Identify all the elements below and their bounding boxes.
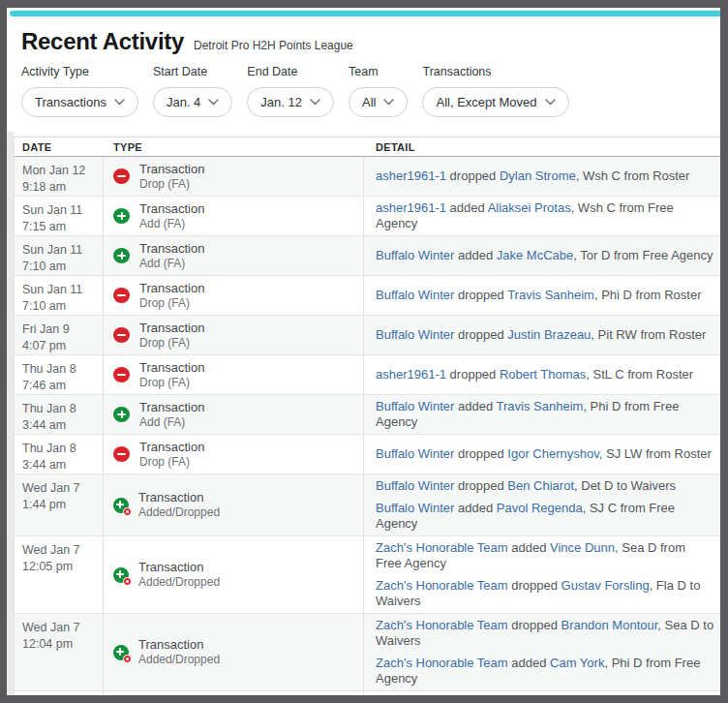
player-link[interactable]: Brandon Montour (561, 618, 658, 632)
transaction-type-cell: Transaction Drop (FA) (104, 435, 364, 474)
transaction-subtype: Drop (FA) (139, 376, 204, 390)
team-link[interactable]: Zach's Honorable Team (376, 618, 508, 632)
team-link[interactable]: Buffalo Winter (376, 327, 454, 342)
team-link[interactable]: Buffalo Winter (376, 478, 454, 493)
transaction-type-cell: Transaction Drop (FA) (104, 276, 364, 315)
detail-text: added (508, 656, 550, 670)
transaction-detail: Zach's Honorable Team dropped Brandon Mo… (364, 614, 720, 690)
transaction-date: Wed Jan 71:44 pm (15, 474, 104, 535)
team-link[interactable]: Buffalo Winter (376, 288, 454, 302)
transaction-type: Transaction (138, 490, 220, 505)
added-dropped-icon (113, 645, 129, 660)
left-gutter (7, 132, 14, 695)
table-row: Thu Jan 83:44 am Transaction Add (FA) Bu… (15, 395, 720, 435)
add-icon (113, 407, 130, 422)
table-row: Thu Jan 83:44 am Transaction Drop (FA) B… (15, 435, 720, 474)
filter-value: Transactions (35, 95, 106, 109)
transaction-subtype: Drop (FA) (139, 455, 204, 470)
transaction-detail: Zach's Honorable Team added Bowen Byram,… (364, 691, 720, 695)
added-dropped-icon (113, 498, 129, 513)
player-link[interactable]: Justin Brazeau (507, 327, 591, 342)
chevron-down-icon (310, 99, 320, 106)
team-link[interactable]: asher1961-1 (376, 367, 446, 382)
transaction-type: Transaction (139, 162, 204, 177)
transaction-detail: Buffalo Winter dropped Igor Chernyshov, … (364, 435, 720, 474)
transaction-subtype: Add (FA) (139, 257, 204, 271)
transaction-type-cell: Transaction Add (FA) (104, 395, 364, 434)
transaction-type: Transaction (139, 201, 204, 217)
page-title: Recent Activity (21, 28, 184, 55)
transaction-date: Mon Jan 129:18 am (15, 157, 104, 196)
detail-text: added (508, 540, 550, 555)
transaction-detail: Buffalo Winter added Jake McCabe, Tor D … (364, 236, 720, 275)
column-header-date: DATE (15, 141, 104, 153)
add-icon (113, 208, 130, 224)
detail-text: dropped (508, 618, 561, 632)
team-link[interactable]: Zach's Honorable Team (376, 656, 508, 670)
transaction-date: Thu Jan 83:44 am (15, 395, 104, 434)
chevron-down-icon (114, 99, 125, 106)
player-link[interactable]: Ben Chiarot (507, 478, 574, 493)
team-link[interactable]: Buffalo Winter (376, 248, 454, 262)
table-header: DATE TYPE DETAIL (15, 137, 720, 157)
player-link[interactable]: Pavol Regenda (497, 501, 583, 515)
filter-dropdown[interactable]: Transactions (21, 87, 138, 117)
detail-text: added (454, 399, 496, 413)
filter-dropdown[interactable]: All (349, 87, 408, 117)
filter-group: Transactions All, Except Moved (422, 65, 568, 117)
player-link[interactable]: Vince Dunn (550, 540, 615, 555)
player-link[interactable]: Igor Chernyshov (507, 446, 598, 461)
player-link[interactable]: Cam York (550, 656, 604, 670)
chevron-down-icon (545, 99, 556, 106)
player-link[interactable]: Aliaksei Protas (488, 200, 571, 215)
transaction-detail: Buffalo Winter added Travis Sanheim, Phi… (364, 395, 720, 434)
table-row: Wed Jan 71:44 pm Transaction Added/Dropp… (15, 474, 720, 536)
filter-dropdown[interactable]: Jan. 12 (247, 87, 334, 117)
detail-text: , Wsh C from Roster (576, 168, 690, 183)
player-link[interactable]: Travis Sanheim (507, 288, 594, 302)
add-icon (113, 248, 130, 263)
transaction-subtype: Add (FA) (139, 217, 204, 231)
transaction-type-cell: Transaction Added/Dropped (104, 536, 364, 613)
filter-dropdown[interactable]: Jan. 4 (153, 87, 232, 117)
detail-text: dropped (454, 327, 507, 342)
player-link[interactable]: Travis Sanheim (497, 399, 584, 413)
team-link[interactable]: Zach's Honorable Team (376, 578, 508, 593)
team-link[interactable]: Buffalo Winter (376, 501, 454, 515)
team-link[interactable]: Zach's Honorable Team (376, 540, 508, 555)
team-link[interactable]: Buffalo Winter (376, 446, 454, 461)
dropped-badge-icon (123, 507, 132, 516)
dropped-badge-icon (123, 655, 132, 663)
filter-value: All (362, 95, 376, 109)
drop-icon (113, 168, 130, 184)
player-link[interactable]: Jake McCabe (497, 248, 573, 262)
transaction-detail: asher1961-1 dropped Dylan Strome, Wsh C … (364, 157, 720, 196)
league-name: Detroit Pro H2H Points League (194, 39, 353, 52)
table-row: Sun Jan 117:10 am Transaction Add (FA) B… (15, 236, 720, 276)
filter-group: Activity Type Transactions (21, 65, 138, 117)
filter-value: Jan. 4 (167, 95, 200, 109)
player-link[interactable]: Dylan Strome (500, 168, 576, 183)
transaction-type-cell: Transaction Added/Dropped (104, 614, 364, 690)
team-link[interactable]: asher1961-1 (376, 200, 446, 215)
team-link[interactable]: asher1961-1 (376, 168, 446, 183)
detail-text: added (454, 501, 496, 515)
filter-dropdown[interactable]: All, Except Moved (422, 87, 568, 117)
filter-value: Jan. 12 (260, 95, 302, 109)
transaction-type-cell: Transaction Drop (FA) (104, 355, 364, 394)
detail-text: dropped (454, 478, 507, 493)
team-link[interactable]: Buffalo Winter (376, 399, 454, 413)
accent-bar (10, 11, 720, 16)
table-row: Wed Jan 712:04 pm Transaction Added/Drop… (15, 614, 720, 691)
filter-label: Transactions (422, 65, 568, 78)
transaction-type: Transaction (139, 281, 204, 296)
detail-text: , SJ LW from Roster (599, 446, 712, 461)
player-link[interactable]: Gustav Forsling (561, 578, 650, 593)
transaction-detail: Buffalo Winter dropped Ben Chiarot, Det … (364, 474, 720, 535)
transaction-date: Thu Jan 83:44 am (15, 435, 104, 474)
activity-table: DATE TYPE DETAIL Mon Jan 129:18 am Trans… (14, 137, 720, 695)
detail-text: dropped (508, 578, 561, 593)
transaction-date: Wed Jan 712:03 pm (15, 691, 104, 695)
transaction-detail: Buffalo Winter dropped Justin Brazeau, P… (364, 316, 720, 354)
player-link[interactable]: Robert Thomas (500, 367, 586, 382)
